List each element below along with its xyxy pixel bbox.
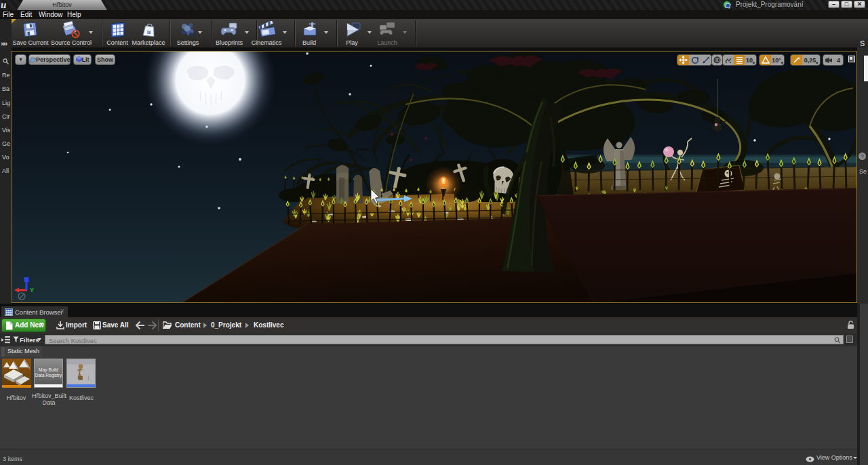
svg-text:Y: Y (30, 287, 34, 294)
